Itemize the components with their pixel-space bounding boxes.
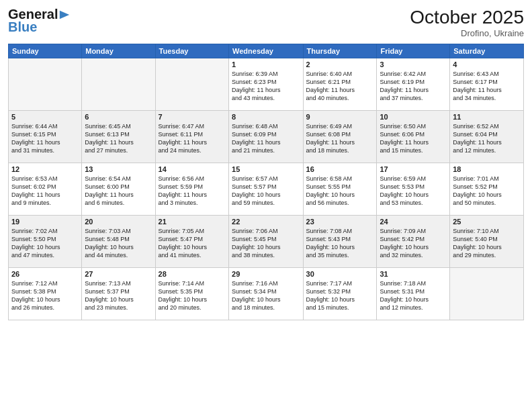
table-row: [155, 58, 228, 111]
day-info: Sunrise: 6:42 AM Sunset: 6:19 PM Dayligh…: [380, 70, 447, 103]
day-number: 21: [159, 218, 226, 226]
day-info: Sunrise: 7:14 AM Sunset: 5:35 PM Dayligh…: [159, 279, 226, 312]
calendar-week-row: 19Sunrise: 7:02 AM Sunset: 5:50 PM Dayli…: [9, 216, 524, 268]
table-row: 26Sunrise: 7:12 AM Sunset: 5:38 PM Dayli…: [9, 268, 82, 320]
day-info: Sunrise: 6:44 AM Sunset: 6:15 PM Dayligh…: [11, 122, 79, 155]
day-info: Sunrise: 6:56 AM Sunset: 5:59 PM Dayligh…: [159, 175, 226, 208]
table-row: 1Sunrise: 6:39 AM Sunset: 6:23 PM Daylig…: [229, 58, 304, 111]
month-title: October 2025: [410, 7, 524, 28]
logo: General Blue: [8, 7, 71, 35]
col-wednesday: Wednesday: [229, 44, 304, 58]
col-thursday: Thursday: [303, 44, 377, 58]
day-info: Sunrise: 7:02 AM Sunset: 5:50 PM Dayligh…: [11, 227, 79, 260]
col-saturday: Saturday: [450, 44, 524, 58]
table-row: 20Sunrise: 7:03 AM Sunset: 5:48 PM Dayli…: [82, 216, 155, 268]
table-row: 22Sunrise: 7:06 AM Sunset: 5:45 PM Dayli…: [229, 216, 304, 268]
table-row: 27Sunrise: 7:13 AM Sunset: 5:37 PM Dayli…: [82, 268, 155, 320]
table-row: 29Sunrise: 7:16 AM Sunset: 5:34 PM Dayli…: [229, 268, 304, 320]
day-number: 11: [453, 113, 521, 121]
day-number: 25: [453, 218, 521, 226]
col-friday: Friday: [377, 44, 450, 58]
table-row: 14Sunrise: 6:56 AM Sunset: 5:59 PM Dayli…: [155, 163, 228, 216]
day-info: Sunrise: 7:08 AM Sunset: 5:43 PM Dayligh…: [306, 227, 374, 260]
table-row: 21Sunrise: 7:05 AM Sunset: 5:47 PM Dayli…: [155, 216, 228, 268]
day-info: Sunrise: 7:06 AM Sunset: 5:45 PM Dayligh…: [232, 227, 300, 260]
day-number: 24: [380, 218, 447, 226]
day-info: Sunrise: 7:12 AM Sunset: 5:38 PM Dayligh…: [11, 279, 79, 312]
table-row: 10Sunrise: 6:50 AM Sunset: 6:06 PM Dayli…: [377, 111, 450, 163]
table-row: 15Sunrise: 6:57 AM Sunset: 5:57 PM Dayli…: [229, 163, 304, 216]
day-info: Sunrise: 6:48 AM Sunset: 6:09 PM Dayligh…: [232, 122, 300, 155]
calendar-week-row: 26Sunrise: 7:12 AM Sunset: 5:38 PM Dayli…: [9, 268, 524, 320]
day-number: 2: [306, 60, 374, 68]
day-info: Sunrise: 7:18 AM Sunset: 5:31 PM Dayligh…: [380, 279, 447, 312]
day-number: 6: [85, 113, 152, 121]
table-row: 11Sunrise: 6:52 AM Sunset: 6:04 PM Dayli…: [450, 111, 524, 163]
day-info: Sunrise: 7:03 AM Sunset: 5:48 PM Dayligh…: [85, 227, 152, 260]
day-number: 10: [380, 113, 447, 121]
day-info: Sunrise: 7:16 AM Sunset: 5:34 PM Dayligh…: [232, 279, 300, 312]
svg-marker-0: [60, 10, 69, 19]
table-row: 19Sunrise: 7:02 AM Sunset: 5:50 PM Dayli…: [9, 216, 82, 268]
table-row: 18Sunrise: 7:01 AM Sunset: 5:52 PM Dayli…: [450, 163, 524, 216]
day-number: 13: [85, 165, 152, 173]
col-tuesday: Tuesday: [155, 44, 228, 58]
table-row: 28Sunrise: 7:14 AM Sunset: 5:35 PM Dayli…: [155, 268, 228, 320]
day-number: 27: [85, 270, 152, 278]
col-monday: Monday: [82, 44, 155, 58]
table-row: 2Sunrise: 6:40 AM Sunset: 6:21 PM Daylig…: [303, 58, 377, 111]
day-info: Sunrise: 6:59 AM Sunset: 5:53 PM Dayligh…: [380, 175, 447, 208]
day-number: 23: [306, 218, 374, 226]
day-info: Sunrise: 7:05 AM Sunset: 5:47 PM Dayligh…: [159, 227, 226, 260]
table-row: 25Sunrise: 7:10 AM Sunset: 5:40 PM Dayli…: [450, 216, 524, 268]
table-row: 16Sunrise: 6:58 AM Sunset: 5:55 PM Dayli…: [303, 163, 377, 216]
day-number: 22: [232, 218, 300, 226]
day-number: 16: [306, 165, 374, 173]
day-number: 28: [159, 270, 226, 278]
day-number: 9: [306, 113, 374, 121]
day-info: Sunrise: 7:13 AM Sunset: 5:37 PM Dayligh…: [85, 279, 152, 312]
header: General Blue October 2025 Drofino, Ukrai…: [8, 7, 524, 38]
day-number: 30: [306, 270, 374, 278]
day-info: Sunrise: 7:17 AM Sunset: 5:32 PM Dayligh…: [306, 279, 374, 312]
day-info: Sunrise: 6:57 AM Sunset: 5:57 PM Dayligh…: [232, 175, 300, 208]
day-info: Sunrise: 6:53 AM Sunset: 6:02 PM Dayligh…: [11, 175, 79, 208]
day-info: Sunrise: 7:10 AM Sunset: 5:40 PM Dayligh…: [453, 227, 521, 260]
day-number: 7: [159, 113, 226, 121]
table-row: 24Sunrise: 7:09 AM Sunset: 5:42 PM Dayli…: [377, 216, 450, 268]
table-row: 7Sunrise: 6:47 AM Sunset: 6:11 PM Daylig…: [155, 111, 228, 163]
calendar-week-row: 5Sunrise: 6:44 AM Sunset: 6:15 PM Daylig…: [9, 111, 524, 163]
table-row: 8Sunrise: 6:48 AM Sunset: 6:09 PM Daylig…: [229, 111, 304, 163]
table-row: 3Sunrise: 6:42 AM Sunset: 6:19 PM Daylig…: [377, 58, 450, 111]
table-row: 31Sunrise: 7:18 AM Sunset: 5:31 PM Dayli…: [377, 268, 450, 320]
day-number: 14: [159, 165, 226, 173]
location: Drofino, Ukraine: [410, 28, 524, 38]
table-row: 23Sunrise: 7:08 AM Sunset: 5:43 PM Dayli…: [303, 216, 377, 268]
day-number: 26: [11, 270, 79, 278]
calendar-header-row: Sunday Monday Tuesday Wednesday Thursday…: [9, 44, 524, 58]
calendar-week-row: 1Sunrise: 6:39 AM Sunset: 6:23 PM Daylig…: [9, 58, 524, 111]
day-number: 1: [232, 60, 300, 68]
page-container: General Blue October 2025 Drofino, Ukrai…: [0, 0, 532, 411]
day-number: 15: [232, 165, 300, 173]
day-info: Sunrise: 7:09 AM Sunset: 5:42 PM Dayligh…: [380, 227, 447, 260]
table-row: [9, 58, 82, 111]
day-info: Sunrise: 6:47 AM Sunset: 6:11 PM Dayligh…: [159, 122, 226, 155]
table-row: 4Sunrise: 6:43 AM Sunset: 6:17 PM Daylig…: [450, 58, 524, 111]
day-number: 29: [232, 270, 300, 278]
day-number: 20: [85, 218, 152, 226]
day-info: Sunrise: 7:01 AM Sunset: 5:52 PM Dayligh…: [453, 175, 521, 208]
day-info: Sunrise: 6:43 AM Sunset: 6:17 PM Dayligh…: [453, 70, 521, 103]
day-number: 8: [232, 113, 300, 121]
day-number: 19: [11, 218, 79, 226]
calendar-table: Sunday Monday Tuesday Wednesday Thursday…: [8, 44, 524, 320]
day-number: 3: [380, 60, 447, 68]
table-row: 5Sunrise: 6:44 AM Sunset: 6:15 PM Daylig…: [9, 111, 82, 163]
title-section: October 2025 Drofino, Ukraine: [410, 7, 524, 38]
day-info: Sunrise: 6:54 AM Sunset: 6:00 PM Dayligh…: [85, 175, 152, 208]
day-number: 5: [11, 113, 79, 121]
table-row: 30Sunrise: 7:17 AM Sunset: 5:32 PM Dayli…: [303, 268, 377, 320]
table-row: 9Sunrise: 6:49 AM Sunset: 6:08 PM Daylig…: [303, 111, 377, 163]
table-row: 17Sunrise: 6:59 AM Sunset: 5:53 PM Dayli…: [377, 163, 450, 216]
table-row: [450, 268, 524, 320]
